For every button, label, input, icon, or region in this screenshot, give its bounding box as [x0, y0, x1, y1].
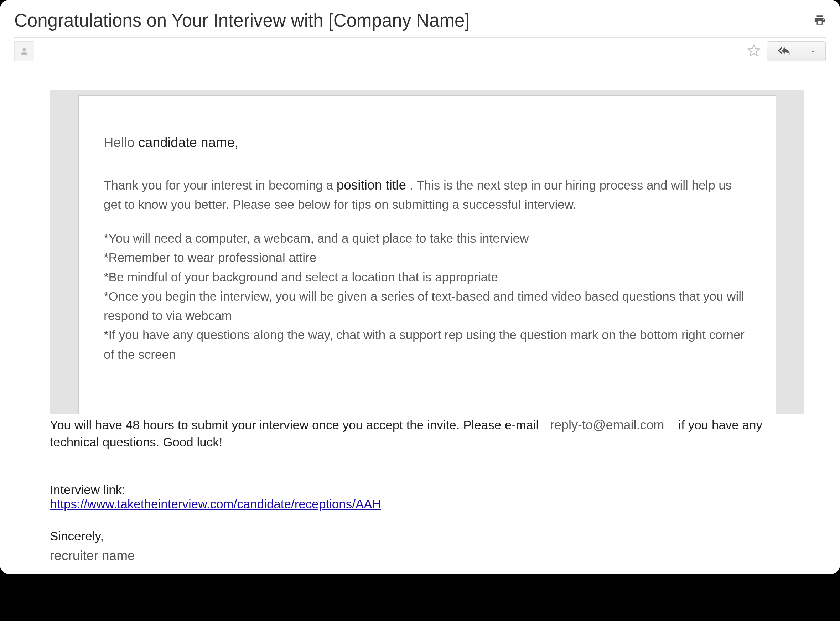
reply-all-button[interactable] [767, 42, 800, 61]
footer-part1: You will have 48 hours to submit your in… [50, 418, 542, 432]
quoted-frame: Hello candidate name, Thank you for your… [50, 90, 804, 414]
position-title-placeholder: position title [337, 178, 410, 192]
intro-part1: Thank you for your interest in becoming … [104, 178, 337, 192]
email-subject: Congratulations on Your Interivew with [… [14, 10, 470, 31]
reply-all-icon [776, 47, 791, 56]
candidate-name-placeholder: candidate name, [138, 135, 238, 150]
interview-link[interactable]: https://www.taketheinterview.com/candida… [50, 497, 381, 511]
signoff: Sincerely, [50, 529, 804, 543]
sender-avatar[interactable] [14, 41, 34, 61]
star-icon [747, 44, 761, 58]
more-actions-button[interactable] [800, 42, 825, 61]
tip-line: *Remember to wear professional attire [104, 248, 751, 267]
email-toolbar [14, 38, 826, 61]
greeting-line: Hello candidate name, [104, 135, 751, 150]
interview-link-label: Interview link: [50, 483, 804, 497]
print-button[interactable] [814, 14, 826, 27]
tip-line: *If you have any questions along the way… [104, 325, 751, 364]
message-panel: Hello candidate name, Thank you for your… [79, 95, 776, 414]
reply-to-placeholder: reply-to@email.com [550, 418, 668, 432]
tips-list: *You will need a computer, a webcam, and… [104, 229, 751, 364]
reply-button-group [767, 41, 826, 61]
tip-line: *Be mindful of your background and selec… [104, 268, 751, 287]
print-icon [814, 14, 826, 26]
toolbar-actions [745, 41, 826, 61]
tip-line: *Once you begin the interview, you will … [104, 287, 751, 326]
tip-line: *You will need a computer, a webcam, and… [104, 229, 751, 248]
email-window: Congratulations on Your Interivew with [… [0, 0, 840, 574]
person-icon [19, 46, 29, 56]
chevron-down-icon [810, 48, 816, 55]
star-button[interactable] [745, 42, 763, 61]
footer-note: You will have 48 hours to submit your in… [50, 417, 804, 451]
greeting-hello: Hello [104, 135, 135, 150]
email-header: Congratulations on Your Interivew with [… [14, 10, 826, 38]
recruiter-name-placeholder: recruiter name [50, 548, 804, 563]
intro-paragraph: Thank you for your interest in becoming … [104, 175, 751, 214]
interview-link-section: Interview link: https://www.taketheinter… [50, 483, 804, 511]
email-body: Hello candidate name, Thank you for your… [14, 61, 826, 563]
